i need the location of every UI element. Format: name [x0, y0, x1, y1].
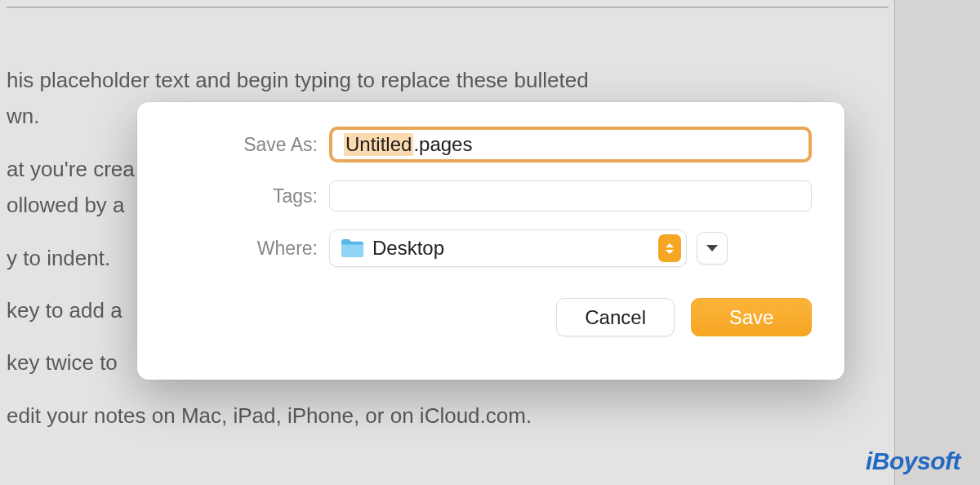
filename-selected-text: Untitled: [344, 133, 413, 156]
filename-extension: .pages: [413, 133, 472, 156]
save-dialog: Save As: Untitled.pages Tags: Where: Des…: [137, 102, 844, 380]
cancel-button-label: Cancel: [585, 306, 646, 329]
save-as-input[interactable]: Untitled.pages: [329, 127, 812, 162]
watermark-logo: iBoysoft: [866, 447, 960, 475]
right-sidebar-panel: [894, 0, 980, 485]
folder-icon: [340, 238, 364, 258]
where-label: Where:: [170, 238, 329, 260]
dialog-button-row: Cancel Save: [170, 298, 812, 336]
chevron-down-icon: [706, 245, 718, 251]
cancel-button[interactable]: Cancel: [556, 298, 675, 336]
where-row: Where: Desktop: [170, 229, 812, 267]
save-as-label: Save As:: [170, 134, 329, 156]
tags-row: Tags:: [170, 180, 812, 211]
chevron-up-icon: [666, 243, 674, 247]
dropdown-stepper-icon: [658, 234, 681, 262]
tags-input[interactable]: [329, 180, 812, 211]
where-value: Desktop: [372, 237, 658, 260]
save-button[interactable]: Save: [691, 298, 812, 336]
divider-line: [7, 7, 889, 8]
where-dropdown[interactable]: Desktop: [329, 229, 687, 267]
save-as-row: Save As: Untitled.pages: [170, 127, 812, 162]
expand-location-button[interactable]: [697, 232, 728, 265]
tags-label: Tags:: [170, 185, 329, 207]
doc-line: edit your notes on Mac, iPad, iPhone, or…: [7, 401, 894, 430]
doc-line: his placeholder text and begin typing to…: [7, 65, 894, 95]
save-button-label: Save: [729, 306, 774, 329]
chevron-down-icon: [666, 250, 674, 254]
